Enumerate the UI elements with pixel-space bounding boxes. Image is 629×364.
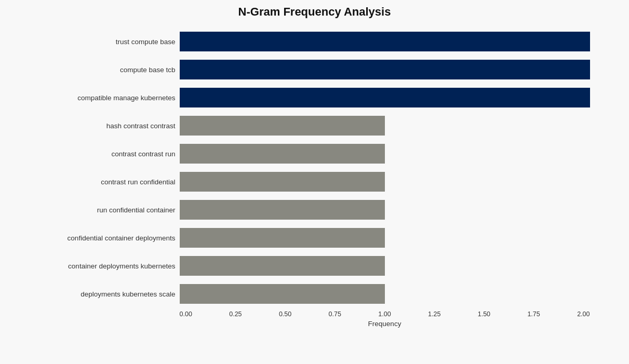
bar-row: contrast run confidential: [39, 168, 590, 195]
bar-row: trust compute base: [39, 28, 590, 55]
bar-area: [180, 172, 590, 192]
bar-fill: [180, 32, 590, 51]
bar-label: compatible manage kubernetes: [39, 94, 180, 102]
bar-label: compute base tcb: [39, 66, 180, 74]
x-tick: 0.50: [279, 311, 291, 318]
x-tick: 1.50: [478, 311, 490, 318]
bar-fill: [180, 88, 590, 107]
bar-label: deployments kubernetes scale: [39, 290, 180, 298]
x-tick: 0.75: [329, 311, 341, 318]
bar-fill: [180, 172, 385, 192]
bar-area: [180, 60, 590, 79]
bar-row: confidential container deployments: [39, 224, 590, 251]
bar-label: container deployments kubernetes: [39, 262, 180, 270]
bar-row: compute base tcb: [39, 56, 590, 83]
bar-area: [180, 228, 590, 248]
bar-area: [180, 32, 590, 51]
bar-label: contrast contrast run: [39, 150, 180, 158]
bar-fill: [180, 256, 385, 276]
bar-label: contrast run confidential: [39, 178, 180, 186]
bar-row: compatible manage kubernetes: [39, 84, 590, 111]
x-ticks: 0.000.250.500.751.001.251.501.752.00: [180, 311, 590, 318]
x-tick: 1.00: [378, 311, 391, 318]
bar-fill: [180, 144, 385, 164]
bar-row: run confidential container: [39, 196, 590, 223]
chart-title: N-Gram Frequency Analysis: [238, 5, 391, 19]
bar-label: confidential container deployments: [39, 234, 180, 242]
bar-fill: [180, 60, 590, 79]
bar-fill: [180, 228, 385, 248]
x-tick: 0.25: [229, 311, 242, 318]
bar-label: run confidential container: [39, 206, 180, 214]
x-tick: 2.00: [577, 311, 590, 318]
bar-chart: trust compute basecompute base tcbcompat…: [39, 28, 590, 307]
bar-area: [180, 200, 590, 220]
bar-fill: [180, 200, 385, 220]
bar-label: hash contrast contrast: [39, 122, 180, 130]
x-axis-label: Frequency: [180, 320, 590, 328]
bar-row: hash contrast contrast: [39, 112, 590, 139]
bar-row: contrast contrast run: [39, 140, 590, 167]
bar-label: trust compute base: [39, 38, 180, 46]
x-tick: 1.25: [428, 311, 440, 318]
bar-area: [180, 256, 590, 276]
x-tick: 1.75: [527, 311, 540, 318]
bar-area: [180, 116, 590, 136]
bar-fill: [180, 284, 385, 304]
bar-fill: [180, 116, 385, 136]
chart-container: trust compute basecompute base tcbcompat…: [29, 23, 600, 359]
x-tick: 0.00: [180, 311, 192, 318]
bar-area: [180, 88, 590, 107]
bar-row: container deployments kubernetes: [39, 252, 590, 279]
bar-area: [180, 284, 590, 304]
x-axis: 0.000.250.500.751.001.251.501.752.00 Fre…: [180, 311, 590, 328]
bar-area: [180, 144, 590, 164]
bar-row: deployments kubernetes scale: [39, 280, 590, 307]
